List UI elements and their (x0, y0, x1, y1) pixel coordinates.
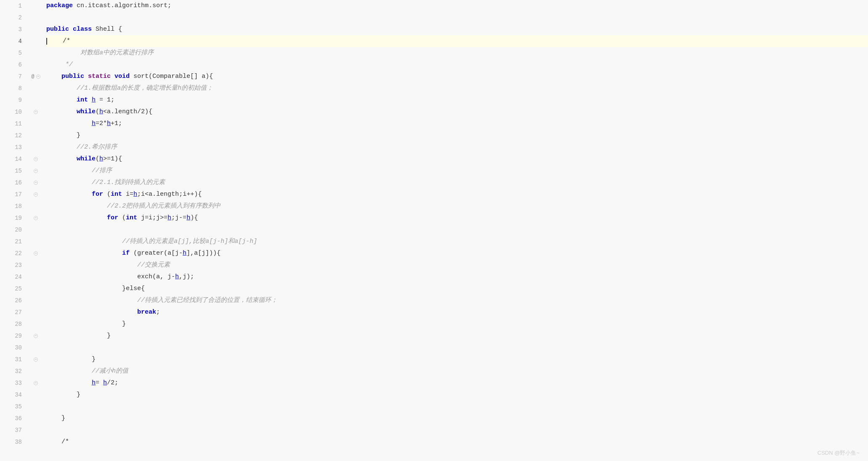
fold-icon[interactable]: − (34, 110, 38, 114)
fold-icon[interactable]: − (34, 169, 38, 173)
code-line[interactable]: for (int i=h;i<a.length;i++){ (46, 189, 868, 200)
token-plain (46, 153, 77, 165)
code-line[interactable]: //1.根据数组a的长度，确定增长量h的初始值； (46, 83, 868, 94)
line-number: 13 (0, 141, 25, 153)
gutter-cell (29, 389, 42, 401)
code-line[interactable]: //2.1.找到待插入的元素 (46, 177, 868, 189)
code-line[interactable]: int h = 1; (46, 94, 868, 106)
code-line[interactable]: } (46, 389, 868, 401)
bookmark-icon[interactable]: @ (31, 71, 34, 83)
code-line[interactable]: } (46, 354, 868, 365)
code-line[interactable]: for (int j=i;j>=h;j-=h){ (46, 212, 868, 224)
token-plain (84, 71, 88, 83)
token-plain: ( (96, 153, 99, 165)
fold-icon[interactable]: − (34, 216, 38, 220)
code-line[interactable]: } (46, 413, 868, 424)
fold-icon[interactable]: − (34, 157, 38, 161)
gutter-cell: @− (29, 71, 42, 83)
code-line[interactable]: /* (46, 436, 868, 448)
code-line[interactable]: }else{ (46, 283, 868, 295)
token-plain: ;j-= (171, 212, 186, 224)
code-line[interactable]: //交换元素 (46, 259, 868, 271)
code-line[interactable] (46, 401, 868, 413)
token-var-h: h (186, 212, 190, 224)
code-line[interactable]: 对数组a中的元素进行排序 (46, 47, 868, 59)
code-line[interactable]: exch(a, j-h,j); (46, 271, 868, 283)
token-kw: break (137, 306, 156, 318)
token-plain (46, 306, 137, 318)
line-number: 32 (0, 365, 25, 377)
code-line[interactable]: } (46, 318, 868, 330)
code-line[interactable]: h= h/2; (46, 377, 868, 389)
fold-icon[interactable]: − (34, 334, 38, 338)
line-number: 35 (0, 401, 25, 413)
code-line[interactable] (46, 342, 868, 354)
token-kw: class (73, 24, 92, 35)
line-number: 26 (0, 295, 25, 306)
code-line[interactable]: package cn.itcast.algorithm.sort; (46, 0, 868, 12)
fold-icon[interactable]: − (34, 381, 38, 385)
token-plain (111, 71, 114, 83)
fold-icon[interactable]: − (34, 192, 38, 197)
token-comment-cn: //待插入的元素是a[j],比较a[j-h]和a[j-h] (46, 236, 257, 248)
code-line[interactable]: //减小h的值 (46, 365, 868, 377)
fold-icon[interactable]: − (36, 75, 40, 79)
gutter-cell (29, 413, 42, 424)
code-line[interactable]: h=2*h+1; (46, 118, 868, 130)
code-line[interactable]: */ (46, 59, 868, 71)
line-number: 4 (0, 35, 25, 47)
code-line[interactable]: public static void sort(Comparable[] a){ (46, 71, 868, 83)
line-number: 36 (0, 413, 25, 424)
code-content[interactable]: package cn.itcast.algorithm.sort;public … (42, 0, 868, 461)
line-number: 12 (0, 130, 25, 141)
line-number: 3 (0, 24, 25, 35)
code-line[interactable]: /* (46, 35, 868, 47)
code-line[interactable]: if (greater(a[j-h],a[j])){ (46, 248, 868, 259)
token-method: exch (137, 271, 152, 283)
code-line[interactable]: //待插入的元素是a[j],比较a[j-h]和a[j-h] (46, 236, 868, 248)
gutter-cell (29, 59, 42, 71)
fold-icon[interactable]: − (34, 251, 38, 256)
gutter-cell: − (29, 212, 42, 224)
token-plain (46, 94, 77, 106)
gutter-cell (29, 365, 42, 377)
gutter-cell (29, 200, 42, 212)
token-comment-cn: //2.1.找到待插入的元素 (46, 177, 165, 189)
gutter-cell (29, 401, 42, 413)
code-line[interactable]: //2.希尔排序 (46, 141, 868, 153)
code-line[interactable]: //待插入元素已经找到了合适的位置，结束循环； (46, 295, 868, 306)
token-kw: int (111, 189, 122, 200)
token-kw: package (46, 0, 73, 12)
token-comment-cn: //待插入元素已经找到了合适的位置，结束循环； (46, 295, 277, 306)
token-var-h: h (175, 271, 179, 283)
token-comment-cn: //交换元素 (46, 259, 170, 271)
line-number: 17 (0, 189, 25, 200)
code-line[interactable]: while(h>=1){ (46, 153, 868, 165)
token-plain: } (46, 130, 80, 141)
gutter-cell (29, 295, 42, 306)
gutter-cell: − (29, 330, 42, 342)
token-comment-cn: //排序 (46, 165, 112, 177)
code-line[interactable]: public class Shell { (46, 24, 868, 35)
fold-icon[interactable]: − (34, 357, 38, 362)
token-plain (46, 71, 61, 83)
code-line[interactable]: } (46, 130, 868, 141)
code-line[interactable]: while(h<a.length/2){ (46, 106, 868, 118)
token-var-h: h (92, 118, 96, 130)
gutter-cell (29, 424, 42, 436)
code-line[interactable]: break; (46, 306, 868, 318)
line-number: 11 (0, 118, 25, 130)
token-plain: ( (118, 212, 126, 224)
line-number: 24 (0, 271, 25, 283)
fold-icon[interactable]: − (34, 181, 38, 185)
code-line[interactable]: } (46, 330, 868, 342)
token-plain: = (96, 377, 103, 389)
token-plain (46, 118, 92, 130)
code-line[interactable] (46, 424, 868, 436)
code-line[interactable] (46, 224, 868, 236)
code-line[interactable] (46, 12, 868, 24)
code-line[interactable]: //排序 (46, 165, 868, 177)
code-line[interactable]: //2.2把待插入的元素插入到有序数列中 (46, 200, 868, 212)
token-plain (46, 271, 137, 283)
line-number: 19 (0, 212, 25, 224)
